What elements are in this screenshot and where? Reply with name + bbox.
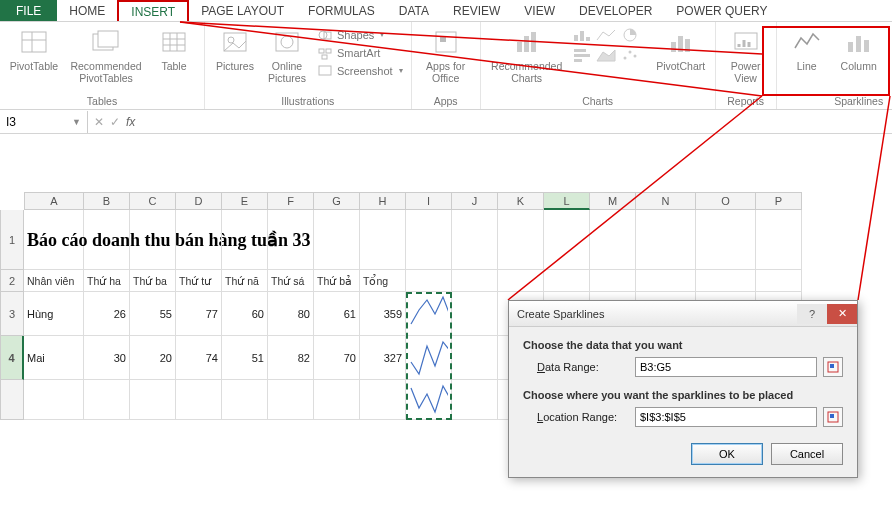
name-box-dropdown-icon[interactable]: ▼ [72, 117, 81, 127]
cell-N1[interactable] [636, 210, 696, 270]
chart-column-icon[interactable] [571, 26, 593, 44]
cell-G4[interactable]: 70 [314, 336, 360, 380]
cell-G1[interactable] [314, 210, 360, 270]
cell-E4[interactable]: 51 [222, 336, 268, 380]
power-view-button[interactable]: Power View [722, 26, 770, 84]
cell-E3[interactable]: 60 [222, 292, 268, 336]
col-K[interactable]: K [498, 192, 544, 210]
tab-home[interactable]: HOME [57, 0, 117, 21]
cell-I5-sparkline[interactable] [406, 380, 452, 420]
cell-H1[interactable] [360, 210, 406, 270]
location-range-refedit-button[interactable] [823, 407, 843, 427]
cell-A2[interactable]: Nhân viên [24, 270, 84, 292]
col-G[interactable]: G [314, 192, 360, 210]
cell-A5[interactable] [24, 380, 84, 420]
rowhead-2[interactable]: 2 [0, 270, 24, 292]
col-L[interactable]: L [544, 192, 590, 210]
cell-F1[interactable] [268, 210, 314, 270]
cell-D4[interactable]: 74 [176, 336, 222, 380]
table-button[interactable]: Table [150, 26, 198, 72]
cell-E1[interactable] [222, 210, 268, 270]
col-I[interactable]: I [406, 192, 452, 210]
tab-insert[interactable]: INSERT [117, 0, 189, 21]
col-N[interactable]: N [636, 192, 696, 210]
cell-N2[interactable] [636, 270, 696, 292]
tab-data[interactable]: DATA [387, 0, 441, 21]
tab-view[interactable]: VIEW [512, 0, 567, 21]
col-P[interactable]: P [756, 192, 802, 210]
cell-A3[interactable]: Hùng [24, 292, 84, 336]
col-O[interactable]: O [696, 192, 756, 210]
apps-for-office-button[interactable]: Apps for Office [418, 26, 474, 84]
enter-formula-icon[interactable]: ✓ [110, 115, 120, 129]
rowhead-5[interactable] [0, 380, 24, 420]
pivottable-button[interactable]: PivotTable [6, 26, 62, 72]
shapes-button[interactable]: Shapes▾ [315, 26, 405, 44]
tab-review[interactable]: REVIEW [441, 0, 512, 21]
cell-A1[interactable]: Báo cáo doanh thu bán hàng tuần 33 [24, 210, 84, 270]
pictures-button[interactable]: Pictures [211, 26, 259, 72]
tab-file[interactable]: FILE [0, 0, 57, 21]
cell-O1[interactable] [696, 210, 756, 270]
cell-M1[interactable] [590, 210, 636, 270]
dialog-titlebar[interactable]: Create Sparklines ? ✕ [509, 301, 857, 327]
chart-area-icon[interactable] [595, 46, 617, 64]
chart-bar-icon[interactable] [571, 46, 593, 64]
cell-B3[interactable]: 26 [84, 292, 130, 336]
sparkline-column-button[interactable]: Column [835, 26, 883, 72]
cell-H3[interactable]: 359 [360, 292, 406, 336]
cancel-formula-icon[interactable]: ✕ [94, 115, 104, 129]
fx-icon[interactable]: fx [126, 115, 135, 129]
rowhead-3[interactable]: 3 [0, 292, 24, 336]
dialog-close-button[interactable]: ✕ [827, 304, 857, 324]
sparkline-line-button[interactable]: Line [783, 26, 831, 72]
cell-C3[interactable]: 55 [130, 292, 176, 336]
cell-L1[interactable] [544, 210, 590, 270]
col-D[interactable]: D [176, 192, 222, 210]
cell-C1[interactable] [130, 210, 176, 270]
cell-K2[interactable] [498, 270, 544, 292]
location-range-input[interactable] [635, 407, 817, 427]
cell-B2[interactable]: Thứ ha [84, 270, 130, 292]
cell-J1[interactable] [452, 210, 498, 270]
cell-F3[interactable]: 80 [268, 292, 314, 336]
cell-I2[interactable] [406, 270, 452, 292]
cell-D1[interactable] [176, 210, 222, 270]
smartart-button[interactable]: SmartArt [315, 44, 405, 62]
col-A[interactable]: A [24, 192, 84, 210]
cell-P1[interactable] [756, 210, 802, 270]
sparkline-winloss-button[interactable]: Win/ Loss [887, 26, 892, 84]
data-range-input[interactable] [635, 357, 817, 377]
col-E[interactable]: E [222, 192, 268, 210]
cell-K1[interactable] [498, 210, 544, 270]
chart-pie-icon[interactable] [619, 26, 641, 44]
cell-B1[interactable] [84, 210, 130, 270]
rowhead-1[interactable]: 1 [0, 210, 24, 270]
tab-developer[interactable]: DEVELOPER [567, 0, 664, 21]
chart-scatter-icon[interactable] [619, 46, 641, 64]
dialog-help-button[interactable]: ? [797, 304, 827, 324]
col-J[interactable]: J [452, 192, 498, 210]
col-H[interactable]: H [360, 192, 406, 210]
ok-button[interactable]: OK [691, 443, 763, 465]
col-F[interactable]: F [268, 192, 314, 210]
cell-M2[interactable] [590, 270, 636, 292]
cell-J2[interactable] [452, 270, 498, 292]
screenshot-button[interactable]: Screenshot▾ [315, 62, 405, 80]
cell-O2[interactable] [696, 270, 756, 292]
pivotchart-button[interactable]: PivotChart [653, 26, 709, 72]
cell-G2[interactable]: Thứ bả [314, 270, 360, 292]
col-B[interactable]: B [84, 192, 130, 210]
cell-F4[interactable]: 82 [268, 336, 314, 380]
cell-H4[interactable]: 327 [360, 336, 406, 380]
col-C[interactable]: C [130, 192, 176, 210]
name-box[interactable]: I3 ▼ [0, 111, 88, 133]
tab-formulas[interactable]: FORMULAS [296, 0, 387, 21]
cell-L2[interactable] [544, 270, 590, 292]
cell-B4[interactable]: 30 [84, 336, 130, 380]
cell-J3[interactable] [452, 292, 498, 336]
cell-I4-sparkline[interactable] [406, 336, 452, 380]
cell-H2[interactable]: Tổng [360, 270, 406, 292]
cell-C4[interactable]: 20 [130, 336, 176, 380]
rowhead-4[interactable]: 4 [0, 336, 24, 380]
